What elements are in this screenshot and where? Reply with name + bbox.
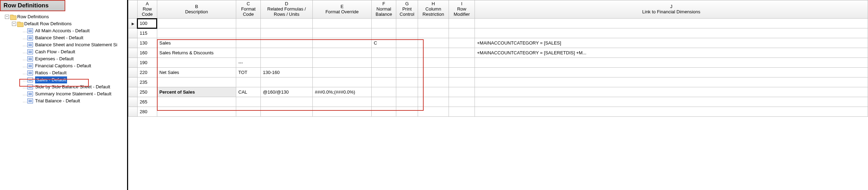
cell-F[interactable]	[372, 58, 396, 68]
row-selector[interactable]	[128, 68, 138, 77]
cell-A[interactable]: 115	[138, 28, 157, 38]
row-selector[interactable]	[128, 48, 138, 58]
tree-group[interactable]: − Default Row Definitions	[1, 20, 126, 27]
table-row[interactable]: 265	[128, 97, 868, 107]
cell-G[interactable]	[396, 19, 418, 28]
tree-item[interactable]: …All Main Accounts - Default	[1, 27, 126, 34]
table-row[interactable]: 235	[128, 77, 868, 87]
cell-A[interactable]: 250	[138, 87, 157, 97]
cell-I[interactable]	[449, 68, 475, 77]
cell-D[interactable]	[261, 48, 313, 58]
tree-item[interactable]: …Sales - Default	[1, 76, 126, 83]
cell-C[interactable]	[236, 97, 261, 107]
cell-B[interactable]: Percent of Sales	[157, 87, 236, 97]
cell-A[interactable]: 220	[138, 68, 157, 77]
table-row[interactable]: 280	[128, 107, 868, 117]
cell-F[interactable]	[372, 87, 396, 97]
cell-C[interactable]	[236, 19, 261, 28]
cell-A[interactable]: 100	[138, 19, 157, 28]
cell-D[interactable]	[261, 107, 313, 117]
table-row[interactable]: 190---	[128, 58, 868, 68]
cell-C[interactable]	[236, 77, 261, 87]
cell-I[interactable]	[449, 28, 475, 38]
cell-B[interactable]	[157, 58, 236, 68]
column-header-D[interactable]: DRelated Formulas /Rows / Units	[261, 0, 313, 19]
cell-D[interactable]: 130-160	[261, 68, 313, 77]
tree-root[interactable]: − Row Definitions	[1, 13, 126, 20]
cell-C[interactable]: ---	[236, 58, 261, 68]
cell-J[interactable]: +MAINACCOUNTCATEGORY = [SALES]	[475, 38, 868, 48]
cell-E[interactable]	[313, 68, 372, 77]
cell-I[interactable]	[449, 87, 475, 97]
cell-E[interactable]	[313, 38, 372, 48]
cell-E[interactable]	[313, 107, 372, 117]
cell-I[interactable]	[449, 19, 475, 28]
cell-J[interactable]	[475, 77, 868, 87]
cell-H[interactable]	[418, 97, 449, 107]
cell-A[interactable]: 190	[138, 58, 157, 68]
cell-A[interactable]: 265	[138, 97, 157, 107]
cell-J[interactable]	[475, 19, 868, 28]
tree-item[interactable]: …Financial Captions - Default	[1, 62, 126, 69]
tree-item[interactable]: …Trial Balance - Default	[1, 97, 126, 104]
cell-G[interactable]	[396, 58, 418, 68]
table-row[interactable]: 100	[128, 19, 868, 28]
row-selector[interactable]	[128, 87, 138, 97]
cell-E[interactable]	[313, 19, 372, 28]
cell-D[interactable]	[261, 28, 313, 38]
tree-item[interactable]: …Summary Income Statement - Default	[1, 90, 126, 97]
cell-B[interactable]	[157, 19, 236, 28]
minus-icon[interactable]: −	[5, 15, 9, 19]
cell-C[interactable]	[236, 107, 261, 117]
cell-F[interactable]	[372, 77, 396, 87]
cell-F[interactable]	[372, 19, 396, 28]
cell-E[interactable]: ###0.0%;(###0.0%)	[313, 87, 372, 97]
cell-F[interactable]	[372, 107, 396, 117]
row-selector[interactable]	[128, 38, 138, 48]
cell-H[interactable]	[418, 58, 449, 68]
column-header-B[interactable]: BDescription	[157, 0, 236, 19]
column-header-G[interactable]: GPrintControl	[396, 0, 418, 19]
cell-E[interactable]	[313, 77, 372, 87]
cell-H[interactable]	[418, 107, 449, 117]
column-header-I[interactable]: IRowModifier	[449, 0, 475, 19]
cell-A[interactable]: 280	[138, 107, 157, 117]
tree-item[interactable]: …Balance Sheet - Default	[1, 34, 126, 41]
table-row[interactable]: 115	[128, 28, 868, 38]
cell-H[interactable]	[418, 38, 449, 48]
cell-C[interactable]	[236, 48, 261, 58]
table-row[interactable]: 160Sales Returns & Discounts+MAINACCOUNT…	[128, 48, 868, 58]
cell-D[interactable]	[261, 77, 313, 87]
row-definition-grid[interactable]: ARowCodeBDescriptionCFormatCodeDRelated …	[128, 0, 868, 117]
cell-A[interactable]: 130	[138, 38, 157, 48]
cell-I[interactable]	[449, 97, 475, 107]
column-header-E[interactable]: EFormat Override	[313, 0, 372, 19]
cell-E[interactable]	[313, 48, 372, 58]
cell-G[interactable]	[396, 77, 418, 87]
cell-D[interactable]: @160/@130	[261, 87, 313, 97]
cell-I[interactable]	[449, 107, 475, 117]
tree-item[interactable]: …Ratios - Default	[1, 69, 126, 76]
cell-B[interactable]	[157, 28, 236, 38]
cell-J[interactable]	[475, 107, 868, 117]
cell-I[interactable]	[449, 38, 475, 48]
tree-item[interactable]: …Side by Side Balance Sheet - Default	[1, 83, 126, 90]
tree-item[interactable]: …Cash Flow - Default	[1, 48, 126, 55]
cell-D[interactable]	[261, 97, 313, 107]
cell-J[interactable]	[475, 87, 868, 97]
cell-E[interactable]	[313, 28, 372, 38]
cell-G[interactable]	[396, 38, 418, 48]
cell-B[interactable]: Sales Returns & Discounts	[157, 48, 236, 58]
table-row[interactable]: 250Percent of SalesCAL@160/@130###0.0%;(…	[128, 87, 868, 97]
cell-D[interactable]	[261, 58, 313, 68]
cell-F[interactable]	[372, 48, 396, 58]
cell-B[interactable]	[157, 77, 236, 87]
cell-J[interactable]: +MAINACCOUNTCATEGORY = [SALERETDIS] +M..…	[475, 48, 868, 58]
row-selector[interactable]	[128, 28, 138, 38]
row-selector[interactable]	[128, 58, 138, 68]
cell-F[interactable]: C	[372, 38, 396, 48]
cell-A[interactable]: 160	[138, 48, 157, 58]
cell-J[interactable]	[475, 28, 868, 38]
cell-H[interactable]	[418, 48, 449, 58]
minus-icon[interactable]: −	[12, 22, 16, 26]
